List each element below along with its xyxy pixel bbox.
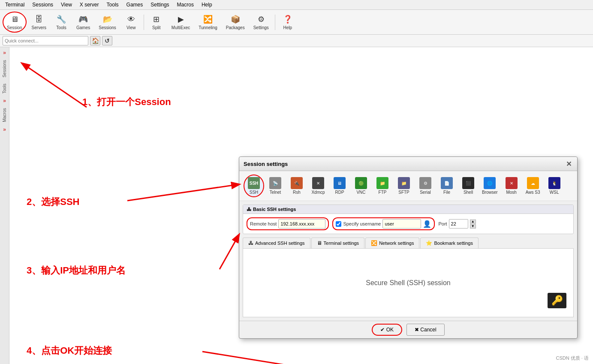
remote-host-label: Remote host xyxy=(250,221,277,226)
basic-ssh-section: 🖧 Basic SSH settings Remote host Specify… xyxy=(243,205,574,234)
menu-macros[interactable]: Macros xyxy=(174,1,197,9)
quickbar-home-button[interactable]: 🏠 xyxy=(90,36,100,45)
protocol-telnet-label: Telnet xyxy=(270,190,281,195)
toolbar-tunneling-button[interactable]: 🔀 Tunneling xyxy=(195,12,221,32)
protocol-mosh[interactable]: ✕ Mosh xyxy=(501,175,522,196)
sidebar-item-sessions[interactable]: Sessions xyxy=(1,57,8,80)
bookmark-tab-icon: ⭐ xyxy=(426,240,432,246)
toolbar-games-button[interactable]: 🎮 Games xyxy=(73,12,93,32)
split-icon: ⊞ xyxy=(151,14,162,24)
file-protocol-icon: 📄 xyxy=(441,177,453,189)
remote-host-input[interactable] xyxy=(278,219,325,229)
shell-protocol-icon: ⬛ xyxy=(462,177,474,189)
advanced-ssh-tab-icon: 🖧 xyxy=(248,240,253,246)
protocol-serial[interactable]: ⚙ Serial xyxy=(415,175,436,196)
tab-advanced-ssh[interactable]: 🖧 Advanced SSH settings xyxy=(243,238,310,248)
menu-games[interactable]: Games xyxy=(123,1,147,9)
protocol-rdp[interactable]: 🖥 RDP xyxy=(329,175,350,196)
cancel-button[interactable]: ✖ Cancel xyxy=(406,324,445,336)
help-icon: ❓ xyxy=(283,14,293,24)
toolbar-packages-button[interactable]: 📦 Packages xyxy=(223,12,248,32)
protocol-file[interactable]: 📄 File xyxy=(436,175,457,196)
dialog-title-text: Session settings xyxy=(244,161,288,167)
toolbar-multiexec-button[interactable]: ▶ MultiExec xyxy=(168,12,193,32)
terminal-tab-label: Terminal settings xyxy=(324,241,359,246)
sftp-protocol-icon: 📁 xyxy=(398,177,410,189)
key-icon-box: 🔑 xyxy=(548,293,566,308)
quick-connect-input[interactable] xyxy=(3,36,88,45)
content-area: Session settings ✕ SSH SSH 📡 Telnet 🔌 Rs… xyxy=(9,47,593,364)
dialog-close-button[interactable]: ✕ xyxy=(564,159,573,168)
port-spinner[interactable]: ▲ ▼ xyxy=(470,220,476,229)
protocol-browser[interactable]: 🌐 Browser xyxy=(479,175,500,196)
protocol-ftp-label: FTP xyxy=(379,190,387,195)
menu-view[interactable]: View xyxy=(57,1,75,9)
sidebar-arrow-top[interactable]: » xyxy=(3,50,6,56)
toolbar-split-button[interactable]: ⊞ Split xyxy=(147,12,166,32)
port-down-arrow[interactable]: ▼ xyxy=(470,224,476,229)
protocol-rsh[interactable]: 🔌 Rsh xyxy=(286,175,307,196)
rsh-protocol-icon: 🔌 xyxy=(291,177,303,189)
protocol-xdmcp[interactable]: ✕ Xdmcp xyxy=(308,175,328,196)
quickbar: 🏠 ↺ xyxy=(0,35,593,47)
menu-xserver[interactable]: X server xyxy=(76,1,102,9)
games-icon: 🎮 xyxy=(78,14,88,24)
ok-button[interactable]: ✔ OK xyxy=(372,324,402,336)
sidebar-arrow-mid[interactable]: » xyxy=(3,98,6,104)
menu-tools[interactable]: Tools xyxy=(103,1,122,9)
port-input[interactable] xyxy=(449,219,468,229)
username-input[interactable] xyxy=(382,219,421,229)
session-content-panel: Secure Shell (SSH) session 🔑 xyxy=(243,249,574,317)
tools-icon: 🔧 xyxy=(56,14,66,24)
tab-terminal-settings[interactable]: 🖥 Terminal settings xyxy=(311,238,365,248)
protocol-awss3[interactable]: ☁ Aws S3 xyxy=(523,175,543,196)
toolbar-separator-1 xyxy=(144,15,144,30)
advanced-ssh-tab-label: Advanced SSH settings xyxy=(255,241,305,246)
toolbar-settings-button[interactable]: ⚙ Settings xyxy=(250,12,272,32)
protocol-wsl-label: WSL xyxy=(550,190,559,195)
network-tab-icon: 🔀 xyxy=(371,240,377,246)
sidebar-arrow-bottom[interactable]: » xyxy=(3,126,6,132)
menu-terminal[interactable]: Terminal xyxy=(2,1,28,9)
toolbar-session-button[interactable]: 🖥 Session xyxy=(3,12,27,33)
menu-settings[interactable]: Settings xyxy=(147,1,172,9)
protocol-awss3-label: Aws S3 xyxy=(526,190,540,195)
svg-text:3、输入IP地址和用户名: 3、输入IP地址和用户名 xyxy=(27,265,126,276)
packages-icon: 📦 xyxy=(230,14,241,24)
mosh-protocol-icon: ✕ xyxy=(506,177,518,189)
protocol-mosh-label: Mosh xyxy=(506,190,516,195)
menu-sessions[interactable]: Sessions xyxy=(29,1,57,9)
toolbar-tools-button[interactable]: 🔧 Tools xyxy=(51,12,71,32)
sidebar-item-tools[interactable]: Tools xyxy=(1,81,8,96)
specify-username-label: Specify username xyxy=(343,221,381,226)
protocol-ftp[interactable]: 📁 FTP xyxy=(372,175,393,196)
quickbar-refresh-button[interactable]: ↺ xyxy=(102,36,112,45)
tab-network-settings[interactable]: 🔀 Network settings xyxy=(365,238,419,248)
telnet-protocol-icon: 📡 xyxy=(269,177,281,189)
wsl-protocol-icon: 🐧 xyxy=(548,177,560,189)
xdmcp-protocol-icon: ✕ xyxy=(312,177,324,189)
tab-bookmark-settings[interactable]: ⭐ Bookmark settings xyxy=(420,238,478,248)
dialog-footer: ✔ OK ✖ Cancel xyxy=(239,321,577,338)
key-icon: 🔑 xyxy=(551,295,563,306)
protocol-wsl[interactable]: 🐧 WSL xyxy=(544,175,565,196)
protocol-telnet[interactable]: 📡 Telnet xyxy=(265,175,286,196)
settings-tabs-row: 🖧 Advanced SSH settings 🖥 Terminal setti… xyxy=(243,238,574,249)
protocol-vnc[interactable]: 🟢 VNC xyxy=(351,175,371,196)
toolbar-help-button[interactable]: ❓ Help xyxy=(278,12,298,32)
toolbar-servers-button[interactable]: 🗄 Servers xyxy=(28,12,50,32)
awss3-protocol-icon: ☁ xyxy=(527,177,539,189)
specify-username-checkbox[interactable] xyxy=(336,221,341,227)
toolbar-view-button[interactable]: 👁 View xyxy=(121,12,141,32)
vnc-protocol-icon: 🟢 xyxy=(355,177,367,189)
protocol-shell[interactable]: ⬛ Shell xyxy=(458,175,479,196)
protocol-sftp[interactable]: 📁 SFTP xyxy=(394,175,414,196)
port-up-arrow[interactable]: ▲ xyxy=(470,220,476,224)
menu-help[interactable]: Help xyxy=(198,1,216,9)
protocol-ssh-label: SSH xyxy=(250,190,259,195)
toolbar-sessions-button[interactable]: 📂 Sessions xyxy=(95,12,120,32)
settings-icon: ⚙ xyxy=(256,14,266,24)
sidebar-item-macros[interactable]: Macros xyxy=(1,105,8,125)
protocol-ssh[interactable]: SSH SSH xyxy=(244,174,264,197)
protocol-vnc-label: VNC xyxy=(356,190,365,195)
